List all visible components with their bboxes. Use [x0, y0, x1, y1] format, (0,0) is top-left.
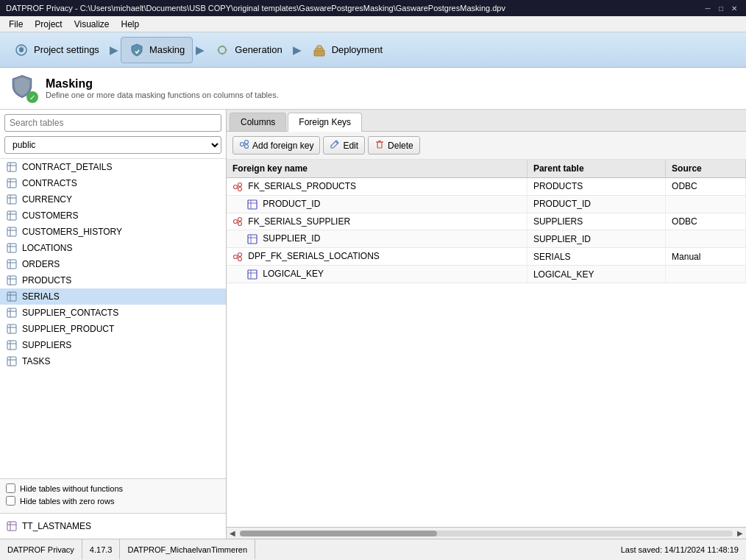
generation-icon	[214, 42, 230, 58]
search-input[interactable]	[4, 114, 221, 132]
tab-foreign-keys[interactable]: Foreign Keys	[288, 113, 362, 132]
close-button[interactable]: ✕	[728, 2, 740, 14]
fk-row[interactable]: DPF_FK_SERIALS_LOCATIONS SERIALS Manual	[227, 248, 746, 266]
fk-row[interactable]: FK_SERIALS_SUPPLIER SUPPLIERS ODBC	[227, 213, 746, 230]
menu-file[interactable]: File	[3, 18, 29, 31]
minimize-button[interactable]: ─	[702, 2, 714, 14]
app-name: DATPROF Privacy	[7, 545, 74, 554]
nav-project-settings[interactable]: Project settings	[6, 38, 107, 63]
template-table-icon	[6, 520, 18, 532]
column-icon	[247, 199, 260, 209]
svg-point-76	[238, 258, 242, 261]
svg-rect-19	[7, 227, 16, 236]
hide-zero-rows-checkbox[interactable]	[6, 496, 15, 506]
svg-line-52	[244, 142, 245, 144]
status-user: DATPROF_MichaelvanTimmeren	[120, 539, 255, 559]
fk-column-row[interactable]: LOGICAL_KEY LOGICAL_KEY	[227, 266, 746, 283]
nav-arrow-1: ▶	[110, 44, 118, 56]
scroll-track[interactable]	[240, 531, 733, 536]
hide-no-functions-checkbox[interactable]	[6, 483, 15, 493]
menu-project[interactable]: Project	[29, 18, 68, 31]
delete-button[interactable]: Delete	[368, 136, 420, 155]
table-row[interactable]: ORDERS	[0, 256, 226, 272]
hide-zero-rows-row: Hide tables with zero rows	[6, 496, 220, 506]
col-name-cell: LOGICAL_KEY	[227, 266, 527, 283]
right-toolbar: Add foreign key Edit	[227, 132, 746, 160]
horizontal-scrollbar[interactable]: ◀ ▶	[227, 527, 746, 539]
left-panel: public CONTRACT_DETAILS CONTRACTS CURREN…	[0, 110, 227, 539]
edit-icon	[330, 139, 340, 152]
table-icon	[6, 161, 18, 173]
table-icon	[6, 339, 18, 351]
status-version: 4.17.3	[82, 539, 121, 559]
fk-link-icon	[232, 251, 245, 261]
svg-line-70	[238, 221, 238, 224]
table-icon	[6, 274, 18, 286]
table-row[interactable]: SUPPLIERS	[0, 337, 226, 353]
col-parent-cell: LOGICAL_KEY	[527, 266, 665, 283]
table-row[interactable]: TASKS	[0, 353, 226, 369]
fk-parent-cell: SERIALS	[527, 248, 665, 266]
col-parent-cell: SUPPLIER_ID	[527, 230, 665, 248]
status-last-saved: Last saved: 14/11/2024 11:48:19	[621, 545, 746, 554]
hide-zero-rows-label: Hide tables with zero rows	[20, 497, 114, 506]
table-row[interactable]: CONTRACT_DETAILS	[0, 159, 226, 175]
col-header-parent-table: Parent table	[527, 160, 665, 178]
nav-generation[interactable]: Generation	[207, 38, 289, 63]
scroll-thumb[interactable]	[240, 531, 437, 536]
maximize-button[interactable]: □	[715, 2, 727, 14]
scroll-left-arrow[interactable]: ◀	[227, 528, 238, 539]
svg-rect-71	[248, 235, 257, 244]
svg-point-68	[238, 222, 242, 226]
main-area: public CONTRACT_DETAILS CONTRACTS CURREN…	[0, 110, 746, 539]
table-row[interactable]: LOCATIONS	[0, 240, 226, 256]
fk-column-row[interactable]: SUPPLIER_ID SUPPLIER_ID	[227, 230, 746, 248]
project-settings-icon	[13, 42, 29, 58]
svg-rect-7	[7, 163, 16, 171]
nav-masking[interactable]: Masking	[121, 37, 193, 63]
table-row[interactable]: PRODUCTS	[0, 272, 226, 288]
menu-help[interactable]: Help	[116, 18, 146, 31]
col-parent-cell: PRODUCT_ID	[527, 195, 665, 213]
svg-point-74	[234, 255, 238, 259]
check-badge: ✓	[26, 91, 38, 103]
table-row[interactable]: CUSTOMERS	[0, 208, 226, 224]
scroll-right-arrow[interactable]: ▶	[734, 528, 746, 539]
nav-deployment[interactable]: Deployment	[304, 38, 390, 63]
table-row[interactable]: CUSTOMERS_HISTORY	[0, 224, 226, 240]
window-title: DATPROF Privacy - C:\Users\michaelt\Docu…	[6, 4, 702, 13]
schema-select[interactable]: public	[4, 136, 221, 154]
tab-columns[interactable]: Columns	[230, 113, 286, 131]
svg-point-50	[245, 141, 249, 144]
add-foreign-key-button[interactable]: Add foreign key	[232, 136, 320, 155]
col-header-source: Source	[666, 160, 746, 178]
template-section: TT_LASTNAMES	[0, 513, 226, 539]
template-table-row[interactable]: TT_LASTNAMES	[6, 518, 220, 534]
svg-point-59	[238, 182, 242, 186]
table-row-serials[interactable]: SERIALS	[0, 288, 226, 305]
table-name: SUPPLIER_PRODUCT	[22, 324, 114, 334]
fk-column-row[interactable]: PRODUCT_ID PRODUCT_ID	[227, 195, 746, 213]
table-row[interactable]: CONTRACTS	[0, 175, 226, 191]
column-icon	[247, 233, 260, 244]
col-name-cell: PRODUCT_ID	[227, 195, 527, 213]
left-bottom: Hide tables without functions Hide table…	[0, 478, 226, 513]
svg-line-62	[238, 187, 238, 189]
col-source-cell	[666, 195, 746, 213]
edit-button[interactable]: Edit	[323, 136, 365, 155]
svg-point-51	[245, 145, 249, 149]
version-number: 4.17.3	[90, 545, 113, 554]
table-row[interactable]: CURRENCY	[0, 191, 226, 208]
column-icon	[247, 269, 260, 279]
table-row[interactable]: SUPPLIER_PRODUCT	[0, 321, 226, 337]
svg-rect-6	[317, 46, 322, 49]
menu-visualize[interactable]: Visualize	[68, 18, 116, 31]
table-row[interactable]: SUPPLIER_CONTACTS	[0, 305, 226, 321]
table-icon	[6, 242, 18, 254]
table-name: CONTRACT_DETAILS	[22, 162, 112, 172]
user-name: DATPROF_MichaelvanTimmeren	[127, 545, 247, 554]
fk-row[interactable]: FK_SERIALS_PRODUCTS PRODUCTS ODBC	[227, 178, 746, 196]
table-icon	[6, 291, 18, 302]
svg-rect-79	[248, 270, 257, 279]
nav-arrow-2: ▶	[196, 44, 204, 56]
